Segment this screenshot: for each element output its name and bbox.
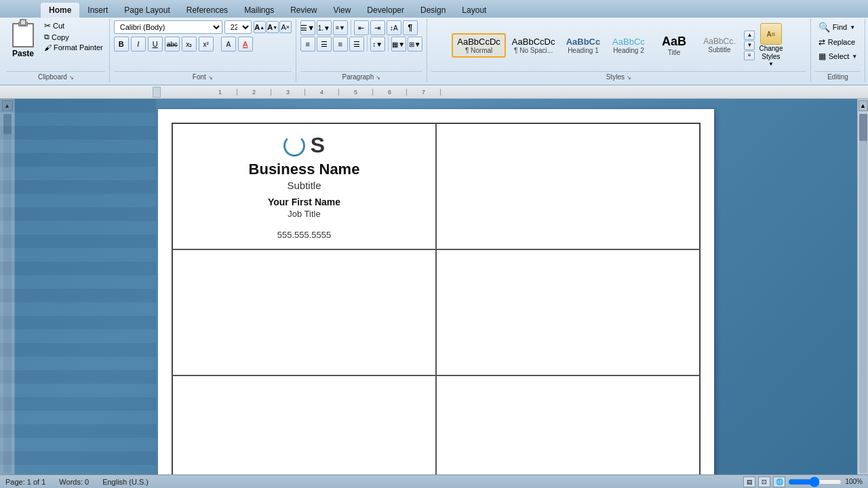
align-left-button[interactable]: ≡ <box>300 37 315 52</box>
card-top-left[interactable]: S Business Name Subtitle Your First Name… <box>172 123 436 249</box>
justify-button[interactable]: ☰ <box>349 37 364 52</box>
right-scroll-thumb[interactable] <box>859 114 867 141</box>
card-middle-left[interactable] <box>172 249 436 375</box>
style-normal-label: ¶ Normal <box>465 47 492 54</box>
increase-indent-button[interactable]: ⇥ <box>370 20 385 35</box>
font-family-select[interactable]: Calibri (Body) <box>114 20 222 34</box>
paragraph-group-content: ☰▼ 1.▼ ≡▼ ⇤ ⇥ ↕A ¶ ≡ ☰ ≡ ☰ ↕▼ <box>300 20 422 70</box>
style-heading1-preview: AaBbCc <box>566 37 601 47</box>
select-icon: ▦ <box>818 52 826 61</box>
scroll-thumb[interactable] <box>3 114 12 134</box>
align-right-button[interactable]: ≡ <box>333 37 348 52</box>
styles-scroll-down[interactable]: ▼ <box>744 41 755 50</box>
full-screen-button[interactable]: ⊡ <box>758 476 770 487</box>
tab-review[interactable]: Review <box>282 3 325 18</box>
card-middle-right[interactable] <box>436 249 700 375</box>
style-heading1[interactable]: AaBbCc Heading 1 <box>561 34 605 57</box>
styles-group-label[interactable]: Styles ↘ <box>431 71 806 81</box>
change-styles-button[interactable]: A≡ ChangeStyles ▼ <box>756 20 785 70</box>
underline-button[interactable]: U <box>148 37 163 52</box>
clipboard-group-label[interactable]: Clipboard ↘ <box>7 71 105 81</box>
style-no-spacing[interactable]: AaBbCcDc ¶ No Spaci... <box>507 34 560 57</box>
tab-insert[interactable]: Insert <box>79 3 116 18</box>
tab-layout[interactable]: Layout <box>454 3 494 18</box>
show-hide-button[interactable]: ¶ <box>403 20 418 35</box>
style-title-label: Title <box>668 49 681 56</box>
print-layout-button[interactable]: ▤ <box>743 476 755 487</box>
paste-button[interactable]: Paste <box>7 20 39 60</box>
ribbon-tabs: Home Insert Page Layout References Maili… <box>0 0 868 18</box>
line-spacing-button[interactable]: ↕▼ <box>370 37 385 52</box>
italic-button[interactable]: I <box>131 37 146 52</box>
font-color-button[interactable]: A <box>238 37 253 52</box>
card-business-name: Business Name <box>249 161 360 178</box>
font-size-buttons: A▲ A▼ A× <box>254 21 292 33</box>
style-subtitle-label: Subtitle <box>708 46 730 54</box>
tab-home[interactable]: Home <box>41 3 79 18</box>
sort-button[interactable]: ↕A <box>387 20 401 35</box>
tab-view[interactable]: View <box>326 3 359 18</box>
style-normal[interactable]: AaBbCcDc ¶ Normal <box>452 33 506 58</box>
tab-page-layout[interactable]: Page Layout <box>116 3 178 18</box>
bold-button[interactable]: B <box>114 37 129 52</box>
page-wrapper: S Business Name Subtitle Your First Name… <box>15 99 857 487</box>
font-group-content: Calibri (Body) 22 A▲ A▼ A× B I U abc <box>114 20 292 70</box>
paragraph-row1: ☰▼ 1.▼ ≡▼ ⇤ ⇥ ↕A ¶ <box>300 20 418 35</box>
align-center-button[interactable]: ☰ <box>317 37 332 52</box>
style-title[interactable]: AaB Title <box>652 32 696 59</box>
right-scroll-up-button[interactable]: ▲ <box>859 100 868 111</box>
style-no-spacing-preview: AaBbCcDc <box>512 37 555 47</box>
paragraph-group: ☰▼ 1.▼ ≡▼ ⇤ ⇥ ↕A ¶ ≡ ☰ ≡ ☰ ↕▼ <box>296 19 427 82</box>
subscript-button[interactable]: x₂ <box>182 37 197 52</box>
tab-references[interactable]: References <box>178 3 236 18</box>
styles-more[interactable]: ≡ <box>744 51 755 60</box>
change-styles-label: ChangeStyles <box>759 45 783 61</box>
shading-button[interactable]: ▦▼ <box>391 37 406 52</box>
card-logo-circle <box>283 135 305 157</box>
editing-group-label: Editing <box>815 71 861 81</box>
styles-scroll-up[interactable]: ▲ <box>744 30 755 40</box>
copy-icon: ⧉ <box>44 33 50 41</box>
numbering-button[interactable]: 1.▼ <box>317 20 332 35</box>
grow-font-button[interactable]: A▲ <box>254 21 266 33</box>
zoom-slider[interactable] <box>788 478 842 486</box>
clear-formatting-button[interactable]: A× <box>279 21 292 33</box>
card-bottom-left[interactable] <box>172 375 436 487</box>
font-expand-icon: ↘ <box>208 75 213 81</box>
card-top-right[interactable] <box>436 123 700 249</box>
format-painter-label: Format Painter <box>54 43 103 52</box>
font-group-label[interactable]: Font ↘ <box>114 71 292 81</box>
style-subtitle[interactable]: AaBbCc. Subtitle <box>697 34 741 56</box>
web-layout-button[interactable]: 🌐 <box>773 476 785 487</box>
tab-design[interactable]: Design <box>412 3 454 18</box>
tab-mailings[interactable]: Mailings <box>236 3 282 18</box>
style-heading2-label: Heading 2 <box>613 47 644 54</box>
replace-button[interactable]: ⇄ Replace <box>816 36 858 48</box>
editing-group: 🔍 Find ▼ ⇄ Replace ▦ Select ▼ Editing <box>811 19 865 82</box>
text-highlight-button[interactable]: A <box>221 37 236 52</box>
document-page[interactable]: S Business Name Subtitle Your First Name… <box>158 109 714 476</box>
strikethrough-button[interactable]: abc <box>165 37 180 52</box>
font-size-select[interactable]: 22 <box>224 20 252 34</box>
borders-button[interactable]: ⊞▼ <box>408 37 422 52</box>
bullets-button[interactable]: ☰▼ <box>300 20 315 35</box>
change-styles-dropdown-icon: ▼ <box>768 61 774 67</box>
clipboard-expand-icon: ↘ <box>69 75 74 81</box>
decrease-indent-button[interactable]: ⇤ <box>354 20 369 35</box>
cut-button[interactable]: ✂ Cut <box>42 20 105 31</box>
para-divider2 <box>367 37 368 52</box>
ruler-marks: 1 2 3 4 5 6 7 <box>203 89 441 96</box>
para-divider3 <box>388 37 389 52</box>
shrink-font-button[interactable]: A▼ <box>267 21 279 33</box>
superscript-button[interactable]: x² <box>199 37 214 52</box>
card-bottom-right[interactable]: shmoggo.com <box>436 375 700 487</box>
multilevel-button[interactable]: ≡▼ <box>333 20 348 35</box>
copy-button[interactable]: ⧉ Copy <box>42 32 105 42</box>
format-painter-button[interactable]: 🖌 Format Painter <box>42 43 105 52</box>
style-heading2[interactable]: AaBbCc Heading 2 <box>606 34 650 57</box>
tab-developer[interactable]: Developer <box>359 3 412 18</box>
select-button[interactable]: ▦ Select ▼ <box>816 50 861 62</box>
paragraph-group-label[interactable]: Paragraph ↘ <box>300 71 422 81</box>
scroll-up-button[interactable]: ▲ <box>2 100 13 111</box>
find-button[interactable]: 🔍 Find ▼ <box>816 20 858 34</box>
